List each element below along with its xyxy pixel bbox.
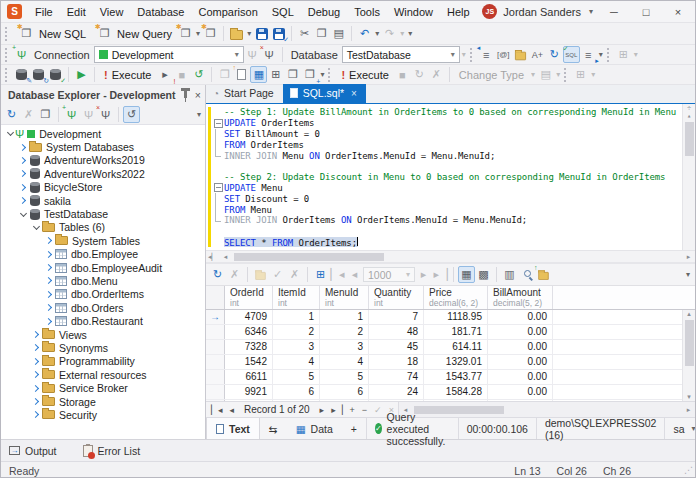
tree-item-dbo-menu[interactable]: dbo.Menu — [1, 274, 205, 287]
new-window-icon[interactable]: ❐✱ — [202, 25, 219, 42]
scroll-right-icon[interactable]: ▸ — [682, 253, 695, 261]
cell-menuid[interactable]: 2 — [320, 325, 369, 339]
cell-price[interactable]: 1584.28 — [424, 385, 488, 399]
toolbar-grip[interactable] — [5, 48, 9, 62]
query-options-icon[interactable]: ≡▸ — [580, 46, 597, 63]
scroll-right-icon[interactable]: ▸ — [682, 406, 695, 414]
toolbar-grip[interactable] — [564, 68, 568, 82]
redo-chevron-icon[interactable]: ▾ — [398, 29, 406, 38]
tree-item-tables-6-[interactable]: Tables (6) — [1, 221, 205, 234]
cell-orderid[interactable]: 6611 — [225, 370, 273, 384]
database-sync-icon[interactable]: ↻ — [30, 66, 47, 83]
scrollbar-thumb[interactable] — [685, 122, 694, 156]
comment-lines-icon[interactable]: ≡◂ — [478, 46, 495, 63]
open-file-chevron-icon[interactable]: ▾ — [245, 29, 253, 38]
script-chevron-icon[interactable]: ▾ — [554, 70, 562, 79]
row-header-cell[interactable] — [206, 355, 225, 369]
menu-database[interactable]: Database — [130, 3, 191, 21]
results-overflow-chevron-icon[interactable]: ▾ — [684, 270, 692, 279]
page-size-combobox[interactable]: 1000 ▾ — [363, 267, 415, 282]
next-page-icon[interactable]: ▸ — [415, 266, 432, 283]
sql-editor[interactable]: -- Step 1: Update BillAmount in OrderIte… — [206, 104, 695, 250]
tree-item-external-resources[interactable]: External resources — [1, 368, 205, 381]
menu-comparison[interactable]: Comparison — [191, 3, 264, 21]
tab-start-page[interactable]: ◔ Start Page — [206, 84, 283, 103]
cell-menuid[interactable]: 4 — [320, 355, 369, 369]
expand-icon[interactable] — [44, 265, 54, 270]
cell-quantity[interactable]: 7 — [369, 310, 424, 324]
tree-item-development[interactable]: ΨDevelopment — [1, 127, 205, 140]
tools-extra-chevron-icon[interactable]: ▾ — [589, 70, 597, 79]
menu-sql[interactable]: SQL — [265, 3, 301, 21]
tree-item-views[interactable]: Views — [1, 328, 205, 341]
add-view-button[interactable]: + — [342, 418, 366, 439]
table-row[interactable]: 992166241584.280.00 — [206, 385, 695, 400]
expand-icon[interactable] — [44, 278, 54, 283]
menu-view[interactable]: View — [93, 3, 131, 21]
commit-edit-icon[interactable]: ✓ — [371, 405, 385, 415]
expand-icon[interactable] — [31, 345, 41, 350]
expand-icon[interactable] — [44, 238, 54, 243]
next-record-icon[interactable]: ▸ — [317, 405, 328, 415]
code-line[interactable]: INNER JOIN Menu ON OrderItems.MenuId = M… — [212, 150, 681, 161]
edit-database-icon[interactable]: ✎ — [13, 66, 30, 83]
cell-quantity[interactable]: 45 — [369, 340, 424, 354]
tab-sql-document[interactable]: SQL.sql* × — [283, 84, 366, 103]
paging-icon[interactable]: ⊞ — [312, 266, 329, 283]
new-sql-button[interactable]: ❐✱ New SQL — [13, 24, 91, 43]
undo-chevron-icon[interactable]: ▾ — [373, 29, 381, 38]
code-line[interactable]: SET Discount = 0 — [212, 193, 681, 204]
pane-split-handle[interactable]: ◂▏ — [206, 253, 219, 261]
editor-horizontal-scrollbar[interactable]: ◂▏ ◂ ▸ — [206, 250, 695, 262]
execute-button[interactable]: ! Execute — [99, 68, 156, 82]
validate-sql-icon[interactable]: SQL✓ — [563, 46, 580, 63]
change-type-button[interactable]: Change Type — [454, 68, 529, 82]
expand-icon[interactable] — [18, 158, 28, 163]
cell-menuid[interactable]: 1 — [320, 310, 369, 324]
column-header-itemid[interactable]: ItemIdint — [273, 286, 320, 309]
cell-itemid[interactable]: 3 — [273, 340, 320, 354]
tree-item-security[interactable]: Security — [1, 408, 205, 421]
tree-item-system-databases[interactable]: System Databases — [1, 140, 205, 153]
toolbar-grip[interactable] — [5, 27, 9, 41]
expand-icon[interactable] — [31, 332, 41, 337]
code-line[interactable]: FROM Menu — [212, 204, 681, 215]
maximize-button[interactable]: □ — [633, 6, 659, 18]
expand-icon[interactable] — [31, 359, 41, 364]
new-query-button[interactable]: ❐✱ New Query — [91, 24, 177, 43]
cell-price[interactable]: 614.11 — [424, 340, 488, 354]
column-header-orderid[interactable]: OrderIdint — [225, 286, 273, 309]
table-row[interactable]: 73283345614.110.00 — [206, 340, 695, 355]
tree-item-adventureworks2019[interactable]: AdventureWorks2019 — [1, 154, 205, 167]
apply-changes-icon[interactable]: ✓ — [269, 266, 286, 283]
cell-price[interactable]: 181.71 — [424, 325, 488, 339]
tree-item-dbo-restaurant[interactable]: dbo.Restaurant — [1, 314, 205, 327]
cell-billamount[interactable]: 0.00 — [488, 355, 553, 369]
cell-orderid[interactable]: 7328 — [225, 340, 273, 354]
expand-icon[interactable] — [31, 372, 41, 377]
tree-item-testdatabase[interactable]: TestDatabase — [1, 207, 205, 220]
cell-orderid[interactable]: 1542 — [225, 355, 273, 369]
tab-close-icon[interactable]: × — [351, 88, 357, 99]
code-line[interactable]: FROM OrderItems — [212, 139, 681, 150]
code-line[interactable]: UPDATE OrderItems — [212, 118, 681, 129]
table-row[interactable]: 154244181329.010.00 — [206, 355, 695, 370]
show-system-objects-icon[interactable]: ↺ — [123, 106, 140, 123]
swap-view-button[interactable]: ⇆ — [260, 418, 287, 439]
cell-billamount[interactable]: 0.00 — [488, 325, 553, 339]
fold-start-icon[interactable] — [212, 118, 224, 129]
code-line[interactable]: -- Step 1: Update BillAmount in OrderIte… — [212, 107, 681, 118]
expand-icon[interactable] — [18, 185, 28, 190]
code-line[interactable]: SET BillAmount = 0 — [212, 129, 681, 140]
tree-item-dbo-employee[interactable]: dbo.Employee — [1, 248, 205, 261]
format-code-icon[interactable]: A+ — [529, 46, 546, 63]
export-data-icon[interactable]: ↑ — [535, 266, 552, 283]
duplicate-icon[interactable]: ❐ — [37, 106, 54, 123]
expand-icon[interactable] — [31, 399, 41, 404]
execute-results-button[interactable]: ! Execute — [336, 68, 393, 82]
database-extra-chevron-icon[interactable]: ▾ — [460, 50, 468, 59]
tree-item-sakila[interactable]: sakila — [1, 194, 205, 207]
cell-quantity[interactable]: 74 — [369, 370, 424, 384]
change-type-chevron-icon[interactable]: ▾ — [529, 70, 537, 79]
tab-error-list[interactable]: Error List — [83, 445, 141, 457]
